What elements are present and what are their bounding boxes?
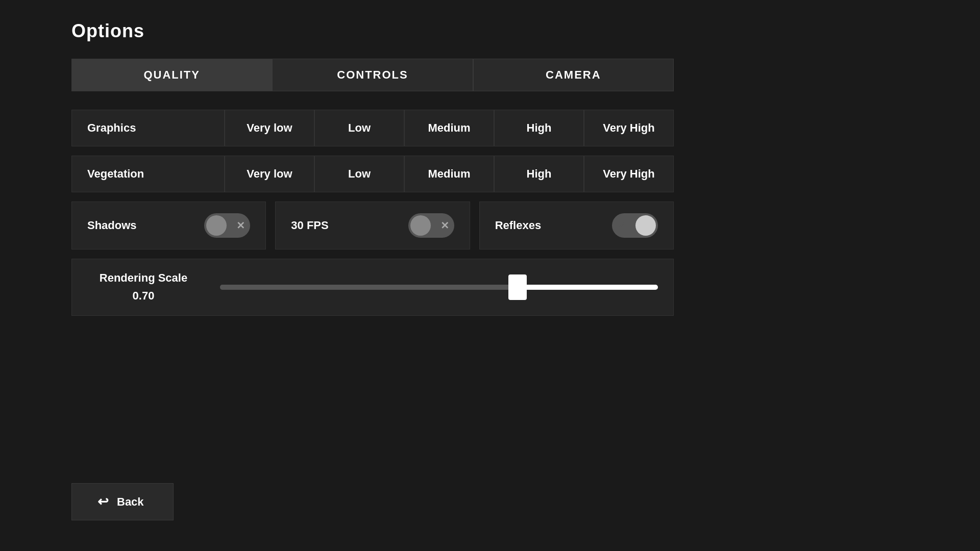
toggle-row: Shadows ✕ 30 FPS ✕ Reflexes ✓: [71, 202, 674, 249]
slider-fill: [220, 285, 518, 290]
reflexes-label: Reflexes: [495, 219, 542, 232]
tab-camera[interactable]: CAMERA: [473, 59, 674, 91]
reflexes-knob: [635, 215, 656, 236]
slider-thumb[interactable]: [508, 274, 527, 300]
tab-quality[interactable]: QUALITY: [71, 59, 272, 91]
reflexes-check-icon: ✓: [617, 219, 626, 232]
vegetation-medium[interactable]: Medium: [404, 156, 494, 192]
slider-right-fill: [518, 285, 658, 290]
fps-toggle[interactable]: ✕: [408, 213, 454, 238]
back-icon: ↩: [97, 494, 109, 510]
graphics-label: Graphics: [71, 110, 225, 146]
graphics-medium[interactable]: Medium: [404, 110, 494, 146]
back-label: Back: [117, 495, 144, 509]
fps-cell: 30 FPS ✕: [275, 202, 470, 249]
content-area: Graphics Very low Low Medium High Very H…: [71, 110, 674, 325]
vegetation-very-high[interactable]: Very High: [584, 156, 674, 192]
vegetation-low[interactable]: Low: [314, 156, 404, 192]
tab-controls[interactable]: CONTROLS: [272, 59, 473, 91]
graphics-high[interactable]: High: [494, 110, 584, 146]
shadows-knob: [206, 215, 227, 236]
slider-track: [220, 285, 658, 290]
shadows-x-icon: ✕: [236, 219, 245, 232]
vegetation-row: Vegetation Very low Low Medium High Very…: [71, 156, 674, 192]
tabs-container: QUALITY CONTROLS CAMERA: [71, 59, 674, 91]
vegetation-very-low[interactable]: Very low: [225, 156, 314, 192]
graphics-low[interactable]: Low: [314, 110, 404, 146]
rendering-scale-label: Rendering Scale 0.70: [87, 270, 200, 304]
shadows-toggle[interactable]: ✕: [204, 213, 250, 238]
fps-knob: [410, 215, 431, 236]
shadows-label: Shadows: [87, 219, 137, 232]
slider-container[interactable]: [220, 283, 658, 291]
vegetation-high[interactable]: High: [494, 156, 584, 192]
reflexes-cell: Reflexes ✓: [479, 202, 674, 249]
vegetation-label: Vegetation: [71, 156, 225, 192]
page-title: Options: [71, 20, 144, 42]
reflexes-toggle[interactable]: ✓: [612, 213, 658, 238]
fps-x-icon: ✕: [440, 219, 449, 232]
shadows-cell: Shadows ✕: [71, 202, 266, 249]
back-button[interactable]: ↩ Back: [71, 483, 174, 520]
rendering-scale-row: Rendering Scale 0.70: [71, 259, 674, 316]
graphics-very-low[interactable]: Very low: [225, 110, 314, 146]
fps-label: 30 FPS: [291, 219, 328, 232]
graphics-row: Graphics Very low Low Medium High Very H…: [71, 110, 674, 146]
graphics-very-high[interactable]: Very High: [584, 110, 674, 146]
